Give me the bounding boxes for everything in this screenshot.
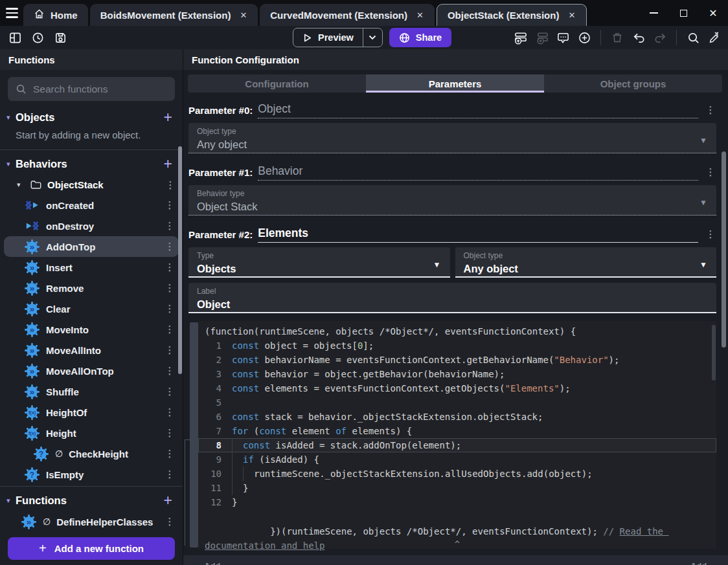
expression-gear-icon: f(x) (25, 405, 40, 420)
sidebar-item-height[interactable]: f(x)Height⋮ (4, 423, 179, 443)
svg-text:?: ? (39, 449, 43, 458)
item-menu-button[interactable]: ⋮ (164, 241, 176, 252)
add-behavior-button[interactable]: + (164, 157, 172, 170)
code-editor[interactable]: (function(runtimeScene, objects /*Object… (198, 321, 716, 549)
add-subevent-icon[interactable] (533, 29, 550, 46)
sidebar-item-insert[interactable]: »Insert⋮ (4, 257, 179, 278)
add-event-icon[interactable] (512, 29, 529, 46)
sidebar-item-shuffle[interactable]: »Shuffle⋮ (4, 381, 179, 402)
section-objects[interactable]: ▾ Objects + (0, 106, 183, 128)
item-menu-button[interactable]: ⋮ (164, 427, 176, 439)
search-functions-input[interactable] (33, 83, 167, 95)
item-menu-button[interactable]: ⋮ (164, 220, 176, 232)
event-drag-handle[interactable] (190, 322, 198, 548)
preview-button-main[interactable]: Preview (293, 32, 363, 43)
item-menu-button[interactable]: ⋮ (164, 406, 176, 418)
history-icon[interactable] (29, 29, 46, 46)
section-functions[interactable]: ▾ Functions + (0, 489, 183, 511)
search-icon[interactable] (685, 29, 701, 46)
sidebar-item-moveinto[interactable]: »MoveInto⋮ (4, 319, 179, 340)
sidebar-item-definehelperclasses[interactable]: »∅DefineHelperClasses⋮ (4, 511, 179, 532)
sidebar-item-clear[interactable]: »Clear⋮ (4, 298, 179, 319)
add-action-link[interactable]: Add... (690, 561, 714, 565)
parameter-name-input[interactable]: Behavior (258, 164, 698, 181)
sidebar-item-remove[interactable]: »Remove⋮ (4, 278, 179, 298)
main-menu-button[interactable] (0, 0, 23, 26)
line-content: const isAdded = stack.addOnTop(element); (232, 438, 461, 452)
sidebar-scrollbar[interactable] (178, 146, 182, 374)
save-icon[interactable] (52, 29, 69, 46)
item-menu-button[interactable]: ⋮ (164, 303, 176, 315)
tab-curvedmovement-extension-[interactable]: CurvedMovement (Extension)✕ (260, 4, 435, 26)
select-behavior-type[interactable]: Behavior typeObject Stack▼ (188, 185, 716, 216)
maximize-button[interactable] (668, 0, 698, 26)
sidebar-item-checkheight[interactable]: ?∅CheckHeight⋮ (4, 443, 179, 464)
select-object-type[interactable]: Object typeAny object▼ (455, 247, 717, 278)
sidebar-item-moveallontop[interactable]: »MoveAllOnTop⋮ (4, 360, 179, 381)
dropdown-arrow-icon: ▼ (700, 198, 707, 207)
close-tab-icon[interactable]: ✕ (567, 10, 576, 20)
close-tab-icon[interactable]: ✕ (416, 10, 424, 20)
add-circle-icon[interactable] (576, 29, 593, 46)
group-menu-button[interactable]: ⋮ (165, 179, 176, 191)
select-object-type[interactable]: Object typeAny object▼ (188, 123, 716, 153)
item-menu-button[interactable]: ⋮ (164, 344, 176, 356)
item-menu-button[interactable]: ⋮ (164, 365, 176, 377)
share-button-label: Share (416, 32, 442, 43)
behavior-group-objectstack[interactable]: ▾ ObjectStack ⋮ (0, 175, 183, 195)
share-button[interactable]: Share (389, 28, 451, 47)
tab-boidsmovement-extension-[interactable]: BoidsMovement (Extension)✕ (90, 4, 258, 26)
item-menu-button[interactable]: ⋮ (164, 469, 176, 480)
parameter-menu-button[interactable]: ⋮ (705, 166, 716, 181)
preview-button[interactable]: Preview (293, 28, 383, 47)
item-menu-button[interactable]: ⋮ (164, 448, 176, 460)
parameter-name-input[interactable]: Object (258, 102, 698, 118)
code-wrapper-header: (function(runtimeScene, objects /*Object… (198, 324, 716, 338)
section-behaviors[interactable]: ▾ Behaviors + (0, 153, 183, 175)
sidebar-item-moveallinto[interactable]: »MoveAllInto⋮ (4, 340, 179, 360)
sidebar-item-oncreated[interactable]: onCreated⋮ (4, 195, 179, 216)
sidebar-item-containsbetween[interactable]: ?ContainsBetween⋮ (4, 532, 179, 533)
add-condition-link[interactable]: Add... (204, 561, 227, 565)
add-object-button[interactable]: + (164, 111, 172, 124)
add-new-function-button[interactable]: + Add a new function (8, 537, 175, 560)
close-tab-icon[interactable]: ✕ (239, 10, 247, 20)
panels-layout-icon[interactable] (6, 29, 23, 46)
code-token: for (232, 426, 248, 436)
svg-text:»: » (30, 324, 34, 334)
sidebar-item-ondestroy[interactable]: onDestroy⋮ (4, 216, 179, 236)
tab-parameters[interactable]: Parameters (366, 74, 544, 93)
parameter-menu-button[interactable]: ⋮ (705, 228, 716, 243)
tab-objectstack-extension-[interactable]: ObjectStack (Extension)✕ (437, 4, 587, 26)
add-function-plus-button[interactable]: + (164, 494, 172, 507)
item-menu-button[interactable]: ⋮ (164, 516, 176, 527)
svg-text:»: » (30, 345, 34, 355)
parameter-name-input[interactable]: Elements (258, 227, 698, 243)
sidebar-item-isempty[interactable]: ?IsEmpty⋮ (4, 464, 179, 485)
search-functions-box[interactable] (8, 77, 175, 101)
item-menu-button[interactable]: ⋮ (164, 261, 176, 273)
tab-object-groups[interactable]: Object groups (544, 74, 722, 93)
sidebar-item-addontop[interactable]: »AddOnTop⋮ (4, 236, 179, 257)
editor-resize-handle[interactable]: ^ (455, 541, 460, 548)
item-menu-button[interactable]: ⋮ (164, 199, 176, 211)
edit-magic-pencil-icon[interactable] (706, 29, 723, 46)
select-type[interactable]: TypeObjects▼ (188, 247, 450, 278)
close-window-button[interactable]: ✕ (698, 0, 728, 26)
input-label[interactable]: LabelObject (188, 283, 716, 313)
preview-options-dropdown[interactable] (363, 28, 382, 47)
item-menu-button[interactable]: ⋮ (164, 324, 176, 335)
add-comment-icon[interactable] (554, 29, 571, 46)
sidebar-item-heightof[interactable]: f(x)HeightOf⋮ (4, 402, 179, 423)
minimize-button[interactable] (639, 0, 668, 26)
item-menu-button[interactable]: ⋮ (164, 282, 176, 294)
parameter-menu-button[interactable]: ⋮ (705, 104, 716, 118)
item-menu-button[interactable]: ⋮ (164, 386, 176, 397)
main-scrollbar[interactable] (722, 151, 726, 348)
undo-icon[interactable] (630, 29, 647, 46)
delete-icon[interactable] (609, 29, 626, 46)
redo-icon[interactable] (652, 29, 668, 46)
tab-configuration[interactable]: Configuration (188, 74, 366, 93)
editor-scrollbar[interactable] (712, 325, 716, 381)
tab-home[interactable]: Home (23, 4, 88, 26)
